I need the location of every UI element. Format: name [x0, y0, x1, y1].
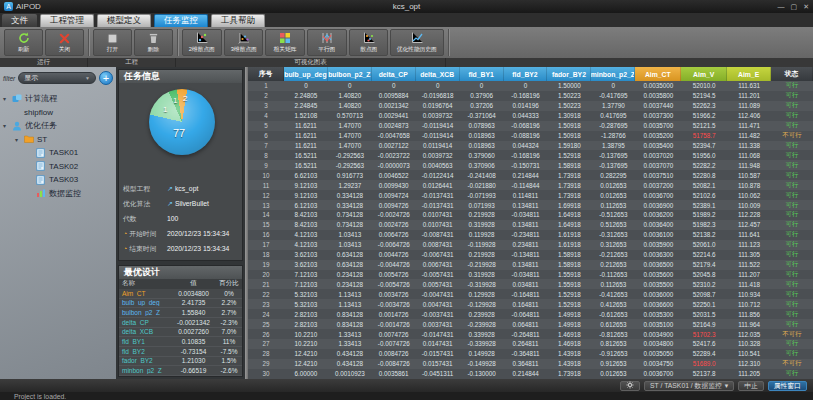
table-row[interactable]: 193.621030.634128-0.00447260.0067431-0.2…: [248, 260, 813, 270]
expand-arrow-icon[interactable]: ▾: [15, 136, 21, 143]
table-row[interactable]: 2812.42100.4341280.0084726-0.01574310.14…: [248, 349, 813, 359]
table-cell: -0.417695: [591, 92, 635, 99]
tab-tools[interactable]: 工具帮助: [211, 14, 265, 27]
tab-model[interactable]: 模型定义: [97, 14, 151, 27]
tree-item-task02[interactable]: TASK02: [3, 160, 113, 174]
table-header-cell[interactable]: Aim_V: [681, 67, 727, 81]
table-cell: 1.52918: [547, 291, 591, 298]
table-cell: 1.55918: [547, 271, 591, 278]
table-header-cell[interactable]: delta_CP: [372, 67, 416, 81]
abort-button[interactable]: 中止: [738, 381, 764, 391]
table-row[interactable]: 2710.22101.33413-0.00747260.0147431-0.33…: [248, 339, 813, 349]
table-header-cell[interactable]: bulb_up_deg: [284, 67, 328, 81]
table-header-cell[interactable]: delta_XCB: [416, 67, 460, 81]
filter-dropdown[interactable]: 显示 ▼: [18, 72, 96, 84]
field-value[interactable]: SilverBullet: [175, 200, 209, 207]
table-row[interactable]: 119.121031.292370.00994300.0126441-0.021…: [248, 180, 813, 190]
table-row[interactable]: 10000001.5000000.003500052010.0111.631可行: [248, 81, 813, 91]
expand-arrow-icon[interactable]: ▾: [3, 95, 9, 102]
best-design-row: fld_BY10.1083511%: [119, 337, 242, 347]
table-row[interactable]: 511.62111.470700.0024873-0.01194140.0789…: [248, 121, 813, 131]
table-row[interactable]: 136.121030.3341280.0094726-0.01374310.07…: [248, 200, 813, 210]
minimize-icon[interactable]: —: [778, 1, 785, 12]
table-cell: 22: [248, 291, 284, 298]
table-row[interactable]: 174.121031.03413-0.00647260.0087431-0.11…: [248, 240, 813, 250]
scatter3d-button[interactable]: 3维散点图: [224, 29, 264, 56]
table-row[interactable]: 306.000000.00109230.0035861-0.0451311-0.…: [248, 369, 813, 379]
pie-chart[interactable]: [149, 89, 215, 155]
field-value[interactable]: kcs_opt: [175, 185, 198, 192]
table-cell: 0.214844: [504, 172, 548, 179]
table-cell: 0.234128: [328, 281, 372, 288]
correlation-matrix-button[interactable]: 相关矩阵: [265, 29, 305, 56]
table-row[interactable]: 242.821030.8341280.0014726-0.00374310.23…: [248, 309, 813, 319]
table-row[interactable]: 164.121031.034130.0064726-0.00874310.119…: [248, 230, 813, 240]
view-selector-dropdown[interactable]: ST / TASK01 / 数据监控 ▾: [644, 381, 734, 391]
table-header-cell[interactable]: 状态: [771, 67, 813, 81]
table-row[interactable]: 158.421030.7341280.00247260.01074310.319…: [248, 220, 813, 230]
table-row[interactable]: 22.248051.408200.0095884-0.01968180.3790…: [248, 91, 813, 101]
tree-item-monitor[interactable]: 数据监控: [3, 187, 113, 201]
ribbon-group-run: 刷新 关闭: [0, 28, 88, 57]
delete-button[interactable]: 删除: [134, 29, 173, 56]
table-header-cell[interactable]: Aim_CT: [635, 67, 681, 81]
group-label-charts: 可视化图表: [176, 58, 446, 67]
tree-item-shipflow[interactable]: shipflow: [3, 106, 113, 120]
table-row[interactable]: 916.5211-0.292563-0.00000730.00405630.37…: [248, 160, 813, 170]
table-row[interactable]: 148.421030.734128-0.00247260.01074310.21…: [248, 210, 813, 220]
table-cell: 112.406: [727, 112, 771, 119]
table-row[interactable]: 611.62111.47070-0.0047658-0.01194140.018…: [248, 131, 813, 141]
table-header-cell[interactable]: Aim_E: [727, 67, 771, 81]
table-header-cell[interactable]: bulbon_p2_Z: [328, 67, 372, 81]
add-button[interactable]: +: [99, 71, 113, 85]
table-row[interactable]: 816.5211-0.292563-0.00237220.00397320.37…: [248, 150, 813, 160]
group-label-run: 运行: [0, 58, 88, 67]
table-row[interactable]: 2610.22101.334130.0074726-0.01474310.339…: [248, 329, 813, 339]
tree-item-optimization[interactable]: ▾ 优化任务: [3, 119, 113, 133]
tab-file[interactable]: 文件: [2, 14, 37, 27]
table-cell: 0: [328, 82, 372, 89]
variable-percent: 7.0%: [216, 328, 242, 335]
table-row[interactable]: 225.321031.134130.0034726-0.00474310.129…: [248, 289, 813, 299]
table-cell: 2.82103: [284, 321, 328, 328]
tab-monitor[interactable]: 任务监控: [154, 14, 208, 27]
maximize-icon[interactable]: ▢: [791, 1, 798, 12]
tree-item-flow[interactable]: ▾ 计算流程: [3, 92, 113, 106]
properties-button[interactable]: 属性窗口: [768, 381, 807, 391]
table-header-cell[interactable]: minbon_p2_Z: [591, 67, 635, 81]
table-cell: 0.078963: [460, 122, 504, 129]
tree-item-task03[interactable]: TASK03: [3, 173, 113, 187]
close-icon[interactable]: ✕: [803, 1, 809, 12]
expand-arrow-icon[interactable]: ▾: [3, 122, 9, 129]
close-task-button[interactable]: 关闭: [45, 29, 84, 56]
history-chart-button[interactable]: 优化性能历史图: [390, 29, 444, 56]
table-row[interactable]: 207.121030.2341280.0054726-0.00574310.31…: [248, 270, 813, 280]
table-row[interactable]: 32.248451.408200.00213420.01967640.37206…: [248, 101, 813, 111]
scatter2d-button[interactable]: 2维散点图: [182, 29, 222, 56]
table-header-cell[interactable]: 序号: [248, 67, 284, 81]
table-header-cell[interactable]: fld_BY1: [460, 67, 504, 81]
table-row[interactable]: 41.521080.5707130.00294410.0039732-0.371…: [248, 111, 813, 121]
tree-item-task01[interactable]: TASK01: [3, 146, 113, 160]
scatter-button[interactable]: 散点图: [349, 29, 389, 56]
refresh-button[interactable]: 刷新: [4, 29, 43, 56]
table-row[interactable]: 252.821030.834128-0.00147260.0037431-0.2…: [248, 319, 813, 329]
table-row[interactable]: 183.621030.6341280.0044726-0.00674310.21…: [248, 250, 813, 260]
table-cell: 0.0035900: [635, 241, 681, 248]
status-cell: 不可行: [771, 359, 813, 368]
table-cell: -0.0196818: [416, 92, 460, 99]
table-row[interactable]: 235.321031.13413-0.00347260.0047431-0.12…: [248, 299, 813, 309]
table-header-cell[interactable]: fld_BY2: [504, 67, 548, 81]
open-button[interactable]: 打开: [93, 29, 132, 56]
settings-button[interactable]: [620, 381, 640, 391]
table-row[interactable]: 129.121030.3341280.0094724-0.0137431-0.0…: [248, 190, 813, 200]
tree-item-st[interactable]: ▾ ST: [3, 133, 113, 147]
table-row[interactable]: 106.621030.9167730.0046522-0.0122414-0.2…: [248, 170, 813, 180]
table-cell: 0.0039732: [416, 112, 460, 119]
tab-project[interactable]: 工程管理: [40, 14, 94, 27]
table-row[interactable]: 2912.42100.434128-0.00847260.0157431-0.1…: [248, 359, 813, 369]
table-row[interactable]: 711.62111.470700.00271220.01194140.01896…: [248, 141, 813, 151]
parallel-plot-button[interactable]: 平行图: [307, 29, 347, 56]
table-header-cell[interactable]: fador_BY2: [547, 67, 591, 81]
table-row[interactable]: 217.121030.234128-0.00547260.0057431-0.3…: [248, 279, 813, 289]
